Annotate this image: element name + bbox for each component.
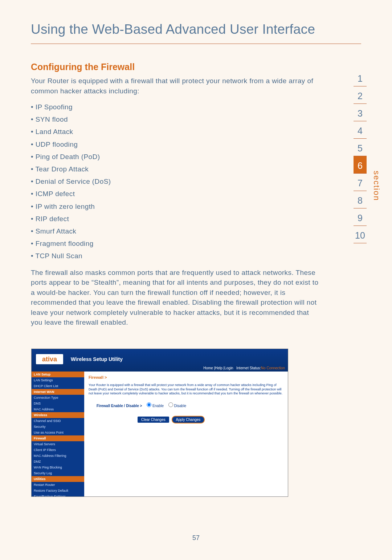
enable-radio-label: Enable [152,404,164,408]
page-number: 57 [0,534,392,542]
section-tabs: 1 2 3 4 5 6 7 8 9 10 [354,69,367,243]
sidebar-item-channel[interactable]: Channel and SSID [32,418,84,424]
sidebar-item-lan-settings[interactable]: LAN Settings [32,377,84,383]
clear-changes-button[interactable]: Clear Changes [138,417,169,423]
section-tab-5[interactable]: 5 [354,139,367,156]
sidebar-item-security[interactable]: Security [32,424,84,430]
sidebar-item-mac-filtering[interactable]: MAC Address Filtering [32,453,84,459]
sidebar-item-dhcp[interactable]: DHCP Client List [32,383,84,389]
list-item: Fragment flooding [31,238,321,250]
sidebar-item-conn-type[interactable]: Connection Type [32,395,84,401]
list-item: IP with zero length [31,200,321,213]
section-tab-8[interactable]: 8 [354,191,367,208]
sidebar-head-wireless[interactable]: Wireless [32,412,84,418]
router-header: ativa Wireless Setup Utility Home |Help … [32,349,288,372]
sidebar-item-ap[interactable]: Use as Access Point [32,430,84,435]
toggle-label: Firewall Enable / Disable > [97,404,142,408]
internet-status-label: Internet Status: [236,366,261,370]
section-heading: Configuring the Firewall [31,62,321,72]
section-tab-7[interactable]: 7 [354,174,367,191]
list-item: RIP defect [31,213,321,225]
sidebar-head-wan[interactable]: Internet WAN [32,389,84,395]
sidebar-item-mac[interactable]: MAC Address [32,406,84,412]
sidebar-item-dmz[interactable]: DMZ [32,459,84,464]
sidebar-item-ip-filters[interactable]: Client IP Filters [32,447,84,453]
disable-radio-input[interactable] [168,402,173,407]
top-bar: Home |Help |Login Internet Status:No Con… [203,366,285,370]
list-item: Ping of Death (PoD) [31,151,321,163]
section-label: section [372,171,381,201]
sidebar-head-lan[interactable]: LAN Setup [32,372,84,377]
list-item: IP Spoofing [31,101,321,113]
section-tab-3[interactable]: 3 [354,104,367,121]
section-tab-10[interactable]: 10 [354,226,367,243]
sidebar-item-save-backup[interactable]: Save/Backup Settings [32,494,84,497]
list-item: UDP flooding [31,138,321,151]
intro-paragraph: Your Router is equipped with a firewall … [31,76,321,96]
breadcrumb: Firewall > [89,375,283,380]
list-item: ICMP defect [31,188,321,200]
sidebar-item-security-log[interactable]: Security Log [32,470,84,476]
home-link[interactable]: Home [203,366,213,370]
section-tab-9[interactable]: 9 [354,208,367,226]
apply-changes-button[interactable]: Apply Changes [172,416,205,423]
sidebar-item-restart[interactable]: Restart Router [32,482,84,488]
sidebar-item-wan-ping[interactable]: WAN Ping Blocking [32,464,84,470]
sidebar: LAN Setup LAN Settings DHCP Client List … [32,372,84,496]
sidebar-item-dns[interactable]: DNS [32,401,84,406]
sidebar-item-virtual-servers[interactable]: Virtual Servers [32,441,84,447]
internet-status-value: No Connection [261,366,285,370]
list-item: Land Attack [31,126,321,138]
list-item: SYN flood [31,113,321,126]
list-item: Smurf Attack [31,225,321,238]
section-tab-4[interactable]: 4 [354,121,367,139]
login-link[interactable]: Login [224,366,233,370]
enable-radio-input[interactable] [147,402,151,407]
sidebar-head-utilities[interactable]: Utilities [32,476,84,482]
section-tab-1[interactable]: 1 [354,69,367,86]
router-main: Firewall > Your Router is equipped with … [84,372,288,496]
firewall-description: Your Router is equipped with a firewall … [89,383,283,396]
section-tab-6[interactable]: 6 [354,156,367,174]
outro-paragraph: The firewall also masks common ports tha… [31,268,321,328]
router-admin-screenshot: ativa Wireless Setup Utility Home |Help … [31,349,288,497]
section-tab-2[interactable]: 2 [354,86,367,104]
disable-radio[interactable]: Disable [168,404,186,408]
list-item: Denial of Service (DoS) [31,175,321,188]
sidebar-item-restore-default[interactable]: Restore Factory Default [32,488,84,494]
brand-logo: ativa [36,354,63,364]
attack-list: IP Spoofing SYN flood Land Attack UDP fl… [31,101,321,262]
suite-name: Wireless Setup Utility [71,356,123,362]
sidebar-head-firewall[interactable]: Firewall [32,435,84,441]
list-item: Tear Drop Attack [31,163,321,175]
enable-radio[interactable]: Enable [147,404,164,408]
help-link[interactable]: Help [215,366,222,370]
disable-radio-label: Disable [174,404,186,408]
chapter-title: Using the Web-Based Advanced User Interf… [31,22,361,44]
firewall-toggle-row: Firewall Enable / Disable > Enable Disab… [97,402,283,408]
list-item: TCP Null Scan [31,250,321,262]
